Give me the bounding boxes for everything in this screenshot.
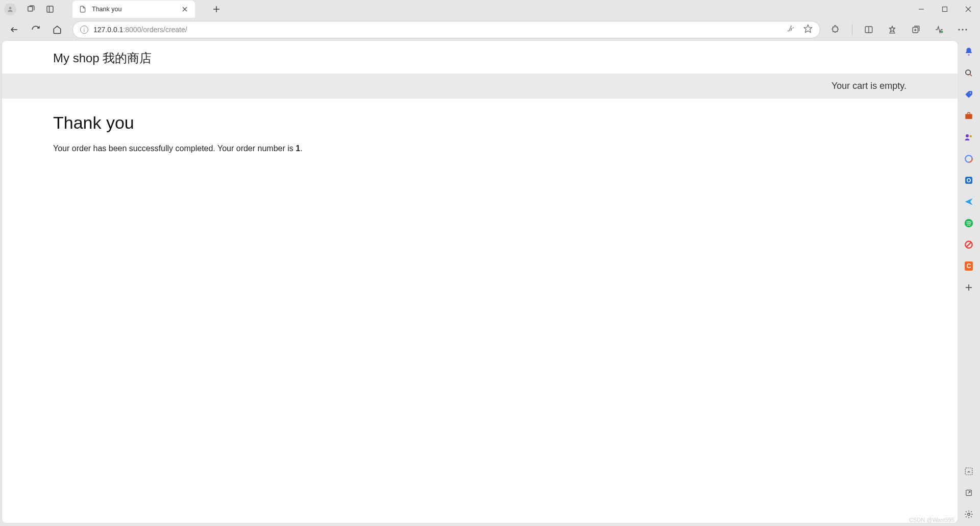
svg-rect-28: [965, 114, 972, 119]
svg-point-23: [962, 29, 963, 30]
briefcase-icon[interactable]: [963, 110, 974, 122]
tag-icon[interactable]: [963, 89, 974, 100]
svg-point-24: [965, 29, 967, 30]
cart-status-bar: Your cart is empty.: [2, 74, 958, 99]
divider: [852, 24, 852, 35]
refresh-button[interactable]: [27, 20, 45, 39]
window-titlebar: Thank you: [0, 0, 980, 18]
watermark: CSDN @Want595: [909, 517, 954, 523]
svg-point-21: [941, 31, 943, 33]
tab-title: Thank you: [92, 6, 176, 13]
svg-point-30: [970, 135, 972, 138]
copilot-icon[interactable]: [963, 153, 974, 164]
window-controls: [910, 0, 980, 18]
address-bar-actions: [786, 24, 813, 35]
collections-icon[interactable]: [906, 20, 925, 39]
new-tab-button[interactable]: [209, 2, 224, 16]
home-button[interactable]: [48, 20, 66, 39]
sidebar-bottom: [963, 466, 974, 526]
order-message: Your order has been successfully complet…: [53, 144, 906, 153]
favorites-list-icon[interactable]: [883, 20, 901, 39]
titlebar-left: Thank you: [4, 1, 224, 18]
svg-marker-13: [804, 25, 812, 33]
svg-point-0: [9, 7, 12, 9]
split-screen-icon[interactable]: [860, 20, 878, 39]
menu-icon[interactable]: [953, 20, 972, 39]
address-bar[interactable]: i 127.0.0.1:8000/orders/create/: [72, 21, 820, 38]
extensions-icon[interactable]: [826, 20, 845, 39]
browser-tab[interactable]: Thank you: [72, 1, 195, 18]
bell-icon[interactable]: [963, 46, 974, 57]
add-sidebar-icon[interactable]: [963, 282, 974, 293]
svg-rect-9: [943, 7, 947, 12]
profile-button[interactable]: [4, 3, 16, 15]
svg-marker-16: [890, 26, 895, 32]
svg-point-25: [966, 70, 970, 75]
app-c-icon[interactable]: C: [963, 260, 974, 272]
browser-sidebar: O C: [958, 41, 980, 526]
settings-icon[interactable]: [963, 509, 974, 520]
maximize-button[interactable]: [933, 0, 957, 18]
svg-point-29: [966, 134, 969, 137]
close-icon[interactable]: [181, 5, 189, 13]
performance-icon[interactable]: [930, 20, 948, 39]
svg-rect-2: [47, 6, 53, 12]
spotify-icon[interactable]: [963, 218, 974, 229]
svg-rect-1: [28, 7, 33, 11]
read-aloud-icon[interactable]: [786, 24, 795, 35]
favorite-icon[interactable]: [803, 24, 813, 35]
page-content: Thank you Your order has been successful…: [2, 99, 958, 168]
open-external-icon[interactable]: [963, 487, 974, 498]
url-text: 127.0.0.1:8000/orders/create/: [93, 26, 187, 34]
back-button[interactable]: [5, 20, 23, 39]
cart-status-text: Your cart is empty.: [831, 81, 906, 91]
vertical-tabs-icon[interactable]: [45, 4, 55, 14]
outlook-icon[interactable]: O: [963, 175, 974, 186]
close-window-button[interactable]: [957, 0, 980, 18]
svg-point-27: [970, 92, 971, 93]
svg-point-22: [958, 29, 960, 30]
svg-point-40: [968, 513, 970, 516]
browser-toolbar: i 127.0.0.1:8000/orders/create/: [0, 18, 980, 41]
people-icon[interactable]: [963, 132, 974, 143]
site-title: My shop 我的商店: [2, 41, 958, 74]
send-icon[interactable]: [963, 196, 974, 207]
toolbar-right: [826, 20, 975, 39]
page-heading: Thank you: [53, 113, 906, 133]
svg-line-35: [967, 243, 971, 247]
block-icon[interactable]: [963, 239, 974, 250]
svg-line-26: [970, 74, 972, 76]
page-viewport: My shop 我的商店 Your cart is empty. Thank y…: [2, 41, 958, 523]
search-sidebar-icon[interactable]: [963, 67, 974, 79]
screenshot-icon[interactable]: [963, 466, 974, 477]
workspaces-icon[interactable]: [26, 4, 36, 14]
order-number: 1: [296, 144, 300, 153]
file-icon: [79, 5, 87, 13]
site-info-icon[interactable]: i: [80, 26, 88, 34]
minimize-button[interactable]: [910, 0, 933, 18]
